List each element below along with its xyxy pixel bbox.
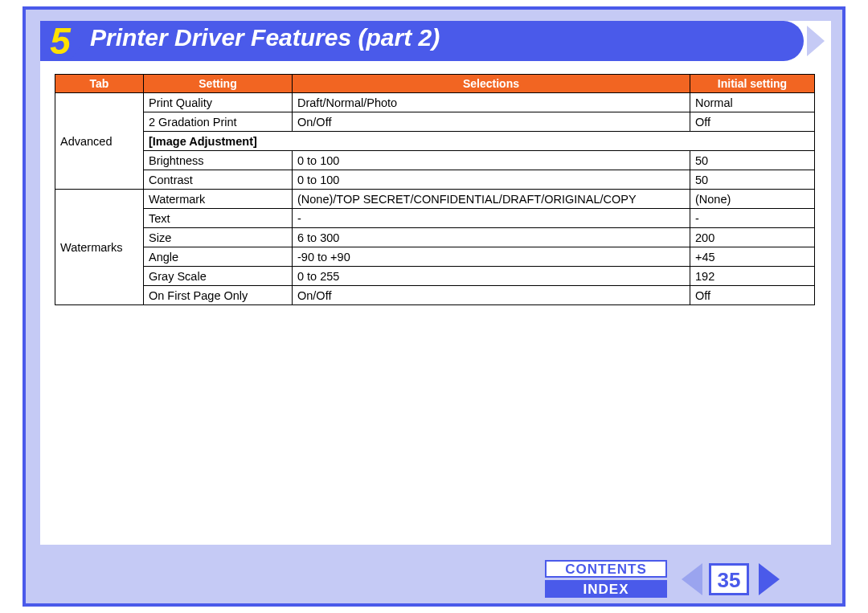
header-initial: Initial setting (690, 75, 815, 93)
section-number: 5 (50, 19, 71, 63)
cell-selections: 0 to 255 (293, 267, 690, 286)
cell-setting: Print Quality (144, 93, 293, 112)
nav-buttons-group: CONTENTS INDEX (545, 560, 674, 600)
table-row: Gray Scale 0 to 255 192 (55, 267, 815, 286)
table-body: Advanced Print Quality Draft/Normal/Phot… (55, 93, 815, 305)
page-title: Printer Driver Features (part 2) (90, 24, 440, 51)
table-row: 2 Gradation Print On/Off Off (55, 112, 815, 132)
header-selections: Selections (293, 75, 690, 93)
page-number: 35 (709, 563, 749, 595)
title-banner: 5 Printer Driver Features (part 2) (40, 21, 804, 61)
cell-initial: 50 (690, 151, 815, 170)
table-row: Text - - (55, 209, 815, 228)
contents-button[interactable]: CONTENTS (545, 560, 667, 578)
cell-setting: On First Page Only (144, 286, 293, 305)
header-setting: Setting (144, 75, 293, 93)
section-number-circle: 5 (40, 21, 80, 61)
cell-initial: Off (690, 112, 815, 132)
cell-selections: (None)/TOP SECRET/CONFIDENTIAL/DRAFT/ORI… (293, 190, 690, 209)
cell-initial: Normal (690, 93, 815, 112)
cell-selections: On/Off (293, 286, 690, 305)
cell-setting: Text (144, 209, 293, 228)
cell-initial: - (690, 209, 815, 228)
cell-initial: 50 (690, 170, 815, 190)
footer-nav: CONTENTS INDEX 35 (26, 555, 842, 603)
table-row: Advanced Print Quality Draft/Normal/Phot… (55, 93, 815, 112)
cell-setting: Brightness (144, 151, 293, 170)
cell-initial: 200 (690, 228, 815, 247)
title-bar: 5 Printer Driver Features (part 2) (40, 21, 831, 61)
cell-initial: +45 (690, 247, 815, 267)
tab-cell-advanced: Advanced (55, 93, 144, 190)
cell-selections: - (293, 209, 690, 228)
next-page-arrow-icon[interactable] (759, 563, 780, 595)
cell-setting: 2 Gradation Print (144, 112, 293, 132)
page-frame: 5 Printer Driver Features (part 2) Tab S… (23, 6, 845, 607)
table-row: Contrast 0 to 100 50 (55, 170, 815, 190)
cell-setting: Contrast (144, 170, 293, 190)
table-header-row: Tab Setting Selections Initial setting (55, 75, 815, 93)
features-table: Tab Setting Selections Initial setting A… (55, 74, 815, 305)
cell-selections: -90 to +90 (293, 247, 690, 267)
content-area: 5 Printer Driver Features (part 2) Tab S… (40, 21, 831, 545)
table-row: [Image Adjustment] (55, 132, 815, 151)
cell-selections: 0 to 100 (293, 170, 690, 190)
table-row: Angle -90 to +90 +45 (55, 247, 815, 267)
cell-setting: Size (144, 228, 293, 247)
cell-selections: On/Off (293, 112, 690, 132)
tab-cell-watermarks: Watermarks (55, 190, 144, 305)
cell-setting: Angle (144, 247, 293, 267)
cell-selections: 0 to 100 (293, 151, 690, 170)
cell-selections: 6 to 300 (293, 228, 690, 247)
title-arrow-icon (807, 26, 825, 56)
prev-page-arrow-icon[interactable] (682, 563, 702, 595)
cell-selections: Draft/Normal/Photo (293, 93, 690, 112)
cell-initial: Off (690, 286, 815, 305)
header-tab: Tab (55, 75, 144, 93)
cell-initial: (None) (690, 190, 815, 209)
subheading-image-adjustment: [Image Adjustment] (144, 132, 815, 151)
cell-setting: Gray Scale (144, 267, 293, 286)
table-row: Brightness 0 to 100 50 (55, 151, 815, 170)
cell-setting: Watermark (144, 190, 293, 209)
table-row: On First Page Only On/Off Off (55, 286, 815, 305)
index-button[interactable]: INDEX (545, 580, 667, 598)
table-row: Watermarks Watermark (None)/TOP SECRET/C… (55, 190, 815, 209)
table-row: Size 6 to 300 200 (55, 228, 815, 247)
cell-initial: 192 (690, 267, 815, 286)
